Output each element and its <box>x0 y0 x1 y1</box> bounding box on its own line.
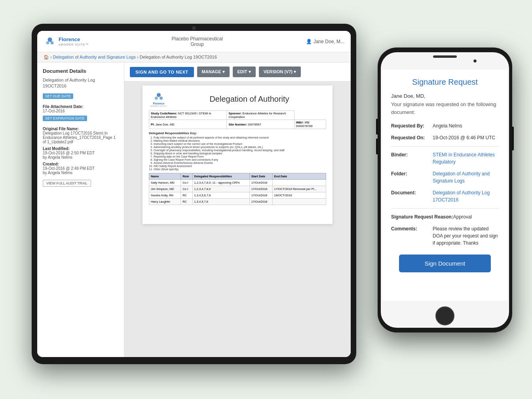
responsibility-item: Fully informing the subject of all perti… <box>154 136 326 139</box>
svg-point-3 <box>157 93 161 97</box>
table-cell-delegated: 1,3,4,5,6,7,8 <box>192 192 249 199</box>
manage-button[interactable]: MANAGE ▾ <box>197 66 230 77</box>
document-value[interactable]: Delegation of Authority Log 17OCT2016 <box>433 189 499 203</box>
comments-field: Comments: Please review the updated DOA … <box>391 225 499 247</box>
responsibility-item: Assess Adverse Events/Serious Adverse Ev… <box>154 162 326 164</box>
breadcrumb-separator: › <box>50 55 53 59</box>
folder-value[interactable]: Delegation of Authority and Signature Lo… <box>433 170 499 184</box>
florence-logo-icon <box>44 35 56 48</box>
site-number: 00078567 <box>248 123 261 126</box>
table-cell-delegated: 1,2,3,4,7,8,9, 11 - approving CRFs <box>192 180 249 186</box>
responsibilities-title: Delegated Responsibilities Key: <box>149 131 326 135</box>
document-field: Document: Delegation of Authority Log 17… <box>391 189 499 203</box>
original-file-label: Original File Name: <box>43 127 118 131</box>
svg-point-2 <box>51 41 54 44</box>
sidebar-title: Document Details <box>43 68 118 74</box>
breadcrumb-home-icon[interactable]: 🏠 <box>44 55 49 59</box>
responsibility-item: Signing the Case Report Form and correct… <box>154 158 326 161</box>
table-header: Delegated Responsibilities <box>192 173 249 180</box>
table-cell-role: Co-I <box>181 186 192 192</box>
set-due-date-button[interactable]: SET DUE DATE <box>43 93 73 99</box>
logo-text-area: Florence eBINDER SUITE™ <box>59 36 88 46</box>
volume-up-button[interactable] <box>376 119 378 135</box>
table-cell-name: Harry Laughlin <box>149 199 181 205</box>
version-button[interactable]: VERSION (V7) ▾ <box>259 66 301 77</box>
home-button[interactable] <box>435 306 454 325</box>
user-icon: 👤 <box>306 39 312 44</box>
doc-logo-mini: Florence eBINDER SUITE™ <box>149 91 169 107</box>
table-row: Sally Hanson, MDCo-I1,2,3,4,7,8,9, 11 - … <box>149 180 326 186</box>
phone-content: Signature Request Jane Doe, MD, Your sig… <box>382 70 507 301</box>
file-attachment-value: 17-Oct-2016 <box>43 109 118 113</box>
binder-field: Binder: STEMI in Endurance Athletes Regu… <box>391 151 499 165</box>
tablet-screen: Florence eBINDER SUITE™ Placebo Pharmace… <box>37 31 351 357</box>
sidebar: Document Details Delegation of Authority… <box>37 63 124 357</box>
table-cell-start: 17/Oct/2016 <box>249 180 272 186</box>
requested-by-label: Requested By: <box>391 122 433 129</box>
table-cell-start: 17/Oct/2016 <box>249 186 272 192</box>
table-cell-start: 17/Oct/2016 <box>249 192 272 199</box>
view-audit-trail-button[interactable]: VIEW FULL AUDIT TRAIL <box>43 180 91 187</box>
last-modified-label: Last Modified: <box>43 146 118 151</box>
sig-reason-label: Signature Request Reason: <box>391 213 453 220</box>
requested-on-label: Requested On: <box>391 134 433 141</box>
doc-meta-table: Study Code/Name: NCT 0012345 / STEMI in … <box>149 110 326 129</box>
top-center-text: Placebo Pharmaceutical Group <box>172 36 223 47</box>
table-cell-delegated: 1,3,4,5,7,8 <box>192 199 249 205</box>
responsibility-item: Administering ancillary protocol driven … <box>154 146 326 148</box>
file-attachment-label: File Attachment Date: <box>43 104 118 109</box>
phone-screen: Signature Request Jane Doe, MD, Your sig… <box>381 52 509 328</box>
logo-area: Florence eBINDER SUITE™ <box>44 35 88 48</box>
comments-value: Please review the updated DOA per your r… <box>433 225 499 247</box>
sign-document-button[interactable]: Sign Document <box>399 255 490 272</box>
edit-button[interactable]: EDIT ▾ <box>233 66 256 77</box>
table-cell-name: Sally Hanson, MD <box>149 180 181 186</box>
power-button[interactable] <box>512 127 514 150</box>
tablet-content-area: Document Details Delegation of Authority… <box>37 63 351 357</box>
sidebar-doc-name: Delegation of Authority Log 19OCT2016 <box>43 77 118 89</box>
set-expiration-date-button[interactable]: SET EXPIRATION DATE <box>43 116 87 121</box>
table-cell-role: Co-I <box>181 180 192 186</box>
table-cell-name: Jim Simpson, MD <box>149 186 181 192</box>
created-value: 19-Oct-2016 @ 2:49 PM EDT by Angela Nelm… <box>43 166 118 175</box>
doc-paper: Florence eBINDER SUITE™ Delegation of Au… <box>142 86 332 224</box>
doc-preview-area: Florence eBINDER SUITE™ Delegation of Au… <box>124 82 351 357</box>
doc-title: Delegation of Authority <box>173 95 326 104</box>
table-cell-delegated: 1,2,3,4,7,8,9 <box>192 186 249 192</box>
logo-sub: eBINDER SUITE™ <box>59 43 88 46</box>
table-cell-end <box>272 180 326 186</box>
binder-label: Binder: <box>391 151 433 165</box>
main-document-area: SIGN AND GO TO NEXT MANAGE ▾ EDIT ▾ VERS… <box>124 63 351 357</box>
tablet-frame: Florence eBINDER SUITE™ Placebo Pharmace… <box>32 24 356 364</box>
table-header: Role <box>181 173 192 180</box>
folder-label: Folder: <box>391 170 433 184</box>
phone-speaker <box>433 55 457 58</box>
svg-point-5 <box>160 97 163 100</box>
responsibility-item: IND Safety Report Assessment <box>154 165 326 167</box>
requested-by-field: Requested By: Angela Nelms <box>391 122 499 129</box>
doc-florence-icon <box>153 91 165 102</box>
sign-and-go-next-button[interactable]: SIGN AND GO TO NEXT <box>130 67 194 77</box>
breadcrumb-current: Delegation of Authority Log 19OCT2016 <box>140 55 217 59</box>
signature-greeting: Jane Doe, MD, <box>391 93 499 99</box>
last-modified-value: 19-Oct-2016 @ 2:50 PM EDT by Angela Nelm… <box>43 151 118 160</box>
table-cell-end: 18/OCT/2016 <box>272 192 326 199</box>
table-row: Jim Simpson, MDCo-I1,2,3,4,7,8,917/Oct/2… <box>149 186 326 192</box>
table-row: Sandra Kelly, RNRC1,3,4,5,6,7,817/Oct/20… <box>149 192 326 199</box>
breadcrumb: 🏠 › Delegation of Authority and Signatur… <box>37 52 351 63</box>
logo-name: Florence <box>59 36 88 43</box>
volume-down-button[interactable] <box>376 139 378 154</box>
created-label: Created: <box>43 162 118 166</box>
responsibility-item: Reporting data on the Case Report Form <box>154 155 326 158</box>
signature-request-title: Signature Request <box>391 78 499 87</box>
svg-point-1 <box>46 41 49 44</box>
document-label: Document: <box>391 189 433 203</box>
original-file-value: Delegation Log 17OCT2016 Stemi In Endura… <box>43 131 118 144</box>
user-info[interactable]: 👤 Jane Doe, M... <box>306 39 344 44</box>
table-header: Name <box>149 173 181 180</box>
signature-intro: Your signature was requested on the foll… <box>391 101 499 116</box>
binder-value[interactable]: STEMI in Endurance Athletes Regulatory <box>433 151 499 165</box>
table-header: Start Date <box>249 173 272 180</box>
breadcrumb-link-1[interactable]: Delegation of Authority and Signature Lo… <box>53 55 136 59</box>
folder-field: Folder: Delegation of Authority and Sign… <box>391 170 499 184</box>
